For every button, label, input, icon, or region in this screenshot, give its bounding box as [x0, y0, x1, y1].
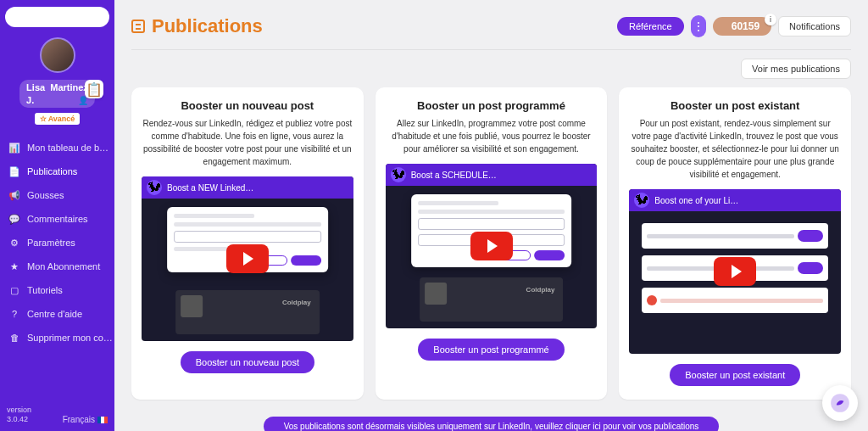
- sidebar-item-label: Mon tableau de b…: [27, 143, 108, 153]
- publications-icon: [131, 20, 145, 33]
- search-input[interactable]: [5, 7, 109, 27]
- channel-avatar-icon: 🐿: [634, 193, 649, 208]
- language-selector[interactable]: Français: [63, 415, 108, 424]
- sidebar-item-label: Centre d'aide: [27, 309, 82, 319]
- info-icon: i: [765, 14, 776, 25]
- card-description: Allez sur LinkedIn, programmez votre pos…: [386, 117, 598, 155]
- video-title: Boost one of your Li…: [654, 196, 738, 205]
- channel-avatar-icon: 🐿: [391, 167, 406, 182]
- sidebar-item-comments[interactable]: 💬Commentaires: [2, 208, 113, 230]
- video-title: Boost a NEW Linked…: [167, 183, 253, 193]
- footer-banner[interactable]: Vos publications sont désormais visibles…: [264, 417, 720, 431]
- user-badge: Lisa Martinez J.👤: [19, 80, 95, 108]
- play-icon[interactable]: [470, 232, 513, 260]
- card-title: Booster un post existant: [670, 99, 799, 112]
- squirrel-icon: [829, 392, 851, 414]
- card-scheduled-post: Booster un post programmé Allez sur Link…: [376, 87, 608, 400]
- card-new-post: Booster un nouveau post Rendez-vous sur …: [131, 87, 364, 400]
- sidebar-item-label: Tutoriels: [27, 285, 63, 295]
- card-description: Pour un post existant, rendez-vous simpl…: [629, 117, 841, 181]
- help-icon: ?: [8, 308, 20, 320]
- page-header: Publications Référence ⋮ 60159i Notifica…: [131, 15, 851, 37]
- megaphone-icon: 📢: [8, 189, 20, 201]
- version-label: version: [7, 406, 31, 415]
- chart-icon: 📊: [8, 142, 20, 154]
- chat-fab[interactable]: [822, 385, 858, 421]
- sidebar-item-label: Commentaires: [27, 214, 88, 224]
- sidebar-item-tutorials[interactable]: ▢Tutoriels: [2, 279, 113, 301]
- video-title: Boost a SCHEDULE…: [411, 171, 497, 180]
- card-title: Booster un nouveau post: [181, 99, 314, 112]
- star-icon: ★: [8, 260, 20, 272]
- sidebar-item-label: Supprimer mon co…: [27, 333, 113, 343]
- card-description: Rendez-vous sur LinkedIn, rédigez et pub…: [142, 117, 353, 168]
- sidebar-item-label: Publications: [27, 166, 77, 176]
- view-publications-button[interactable]: Voir mes publications: [741, 59, 851, 79]
- collapse-toggle[interactable]: 📋: [85, 80, 103, 98]
- more-menu-button[interactable]: ⋮: [691, 15, 706, 37]
- page-title: Publications: [152, 15, 263, 37]
- main-content: Publications Référence ⋮ 60159i Notifica…: [114, 0, 868, 431]
- sidebar-item-publications[interactable]: 📄Publications: [2, 160, 113, 182]
- video-icon: ▢: [8, 284, 20, 296]
- sidebar-item-pods[interactable]: 📢Gousses: [2, 184, 113, 206]
- play-icon[interactable]: [714, 257, 756, 286]
- boost-new-button[interactable]: Booster un nouveau post: [181, 351, 314, 373]
- card-title: Booster un post programmé: [417, 99, 565, 112]
- card-existing-post: Booster un post existant Pour un post ex…: [619, 87, 851, 400]
- sidebar-item-delete[interactable]: 🗑Supprimer mon co…: [2, 327, 113, 349]
- sidebar-item-subscription[interactable]: ★Mon Abonnement: [2, 255, 113, 277]
- video-thumbnail[interactable]: 🐿Boost one of your Li…: [629, 189, 841, 354]
- sidebar-item-label: Gousses: [27, 190, 64, 200]
- doc-icon: 📄: [8, 165, 20, 177]
- flag-icon: [97, 417, 108, 423]
- version-number: 3.0.42: [7, 415, 31, 424]
- comment-icon: 💬: [8, 213, 20, 225]
- boost-existing-button[interactable]: Booster un post existant: [670, 364, 800, 386]
- sidebar: Lisa Martinez J.👤 ☆Avancé 📋 📊Mon tableau…: [0, 0, 114, 431]
- video-thumbnail[interactable]: 🐿Boost a SCHEDULE… Coldplay: [386, 164, 598, 328]
- video-thumbnail[interactable]: 🐿Boost a NEW Linked… Coldplay: [142, 176, 353, 341]
- trash-icon: 🗑: [8, 332, 20, 344]
- play-icon[interactable]: [226, 244, 269, 273]
- cards-row: Booster un nouveau post Rendez-vous sur …: [131, 87, 851, 400]
- divider: [131, 49, 851, 50]
- sidebar-item-label: Mon Abonnement: [27, 261, 100, 271]
- boost-scheduled-button[interactable]: Booster un post programmé: [418, 339, 564, 361]
- sidebar-nav: 📊Mon tableau de b… 📄Publications 📢Gousse…: [0, 137, 114, 349]
- score-badge[interactable]: 60159i: [713, 17, 771, 36]
- level-badge: ☆Avancé: [35, 113, 81, 125]
- sidebar-item-settings[interactable]: ⚙Paramètres: [2, 232, 113, 254]
- sidebar-item-label: Paramètres: [27, 238, 75, 248]
- sidebar-item-dashboard[interactable]: 📊Mon tableau de b…: [2, 137, 113, 159]
- sidebar-footer: version3.0.42 Français: [0, 400, 114, 431]
- notifications-button[interactable]: Notifications: [778, 16, 851, 36]
- sidebar-item-help[interactable]: ?Centre d'aide: [2, 303, 113, 325]
- gear-icon: ⚙: [8, 237, 20, 249]
- avatar[interactable]: [40, 37, 75, 73]
- channel-avatar-icon: 🐿: [147, 180, 162, 195]
- reference-button[interactable]: Référence: [617, 17, 684, 36]
